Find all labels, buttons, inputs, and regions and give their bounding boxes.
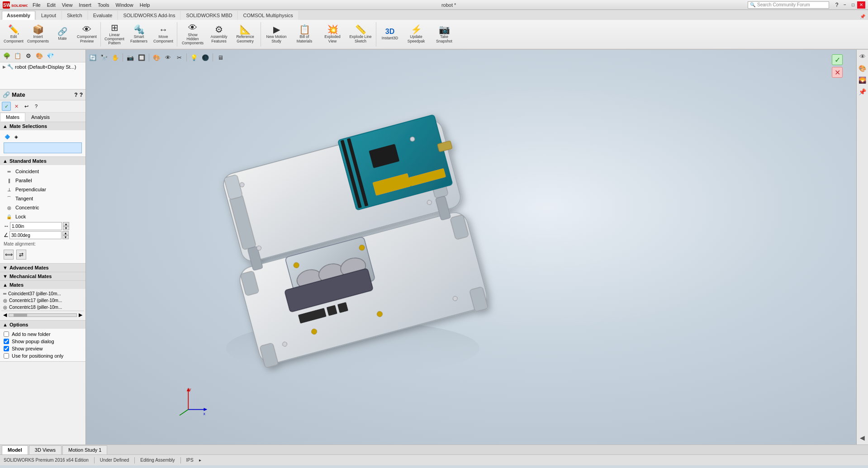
menu-help[interactable]: Help [140,2,150,8]
tab-sketch[interactable]: Sketch [62,11,87,20]
maximize-btn[interactable]: □ [849,1,857,9]
mate-options-btn[interactable]: ? [80,92,83,98]
menu-view[interactable]: View [62,2,73,8]
menu-file[interactable]: File [33,2,41,8]
vp-display-style-btn[interactable]: 🎨 [152,52,161,62]
tab-mbd[interactable]: SOLIDWORKS MBD [181,11,237,20]
standard-mates-header[interactable]: ▲ Standard Mates [0,157,85,165]
tab-layout[interactable]: Layout [36,11,61,20]
vp-monitor-btn[interactable]: 🖥 [215,52,225,62]
scroll-left[interactable]: ◀ [3,312,7,318]
scrollbar-track[interactable] [9,313,77,317]
explode-line-btn[interactable]: 📏 Explode Line Sketch [347,22,374,47]
menu-window[interactable]: Window [116,2,133,8]
property-btn[interactable]: 📋 [13,51,23,61]
insert-components-btn[interactable]: 📦 Insert Components [26,22,50,47]
tab-evaluate[interactable]: Evaluate [88,11,118,20]
right-view-btn-2[interactable]: 🎨 [858,63,868,73]
distance-field[interactable]: 1.00in [10,222,62,230]
viewport[interactable]: 🔄 🔭 ✋ 📷 🔲 🎨 👁 ✂ 💡 🌑 🖥 [86,50,856,444]
menu-insert[interactable]: Insert [79,2,91,8]
right-view-btn-4[interactable]: 📌 [858,87,868,97]
smart-fasteners-btn[interactable]: 🔩 Smart Fasteners [127,22,151,47]
vp-view-orient-btn[interactable]: 🔲 [137,52,147,62]
mate-help-btn[interactable]: ? [74,92,77,98]
mate-parallel[interactable]: ∥ Parallel [4,176,82,185]
show-hidden-btn[interactable]: 👁 Show Hidden Components [179,22,206,47]
ok-button[interactable]: ✓ [832,54,843,65]
options-header[interactable]: ▲ Options [0,321,85,329]
component-preview-btn[interactable]: 👁 Component Preview [75,22,99,47]
tab-addins[interactable]: SOLIDWORKS Add-Ins [118,11,180,20]
mate-rebuild-btn[interactable]: ↩ [22,102,31,111]
linear-pattern-btn[interactable]: ⊞ Linear Component Pattern [103,22,126,47]
mate-help2-btn[interactable]: ? [32,102,41,111]
vp-zoom-btn[interactable]: 🔭 [99,52,109,62]
option-add-folder-check[interactable] [4,331,9,337]
list-item[interactable]: ═ Coincident37 (piller-10m... [1,290,84,297]
menu-tools[interactable]: Tools [98,2,109,8]
tab-comsol[interactable]: COMSOL Multiphysics [238,11,298,20]
vp-view-select-btn[interactable]: 📷 [125,52,135,62]
mate-perpendicular[interactable]: ⊥ Perpendicular [4,185,82,194]
appearance-btn[interactable]: 💎 [45,51,55,61]
minimize-btn[interactable]: − [841,1,849,9]
update-speedpak-btn[interactable]: ⚡ Update Speedpak [403,22,430,47]
right-view-btn-3[interactable]: 🌄 [858,75,868,85]
instant3d-btn[interactable]: 3D Instant3D [378,22,402,47]
menu-edit[interactable]: Edit [47,2,56,8]
assembly-features-btn[interactable]: ⚙ Assembly Features [207,22,231,47]
bill-of-materials-btn[interactable]: 📋 Bill of Materials [291,22,318,47]
exploded-view-btn[interactable]: 💥 Exploded View [319,22,346,47]
mates-list-scrollbar[interactable]: ◀ ▶ [1,311,84,319]
edit-component-btn[interactable]: ✏️ Edit Component [2,22,25,47]
mate-selection-box[interactable] [4,142,82,153]
mate-selections-header[interactable]: ▲ Mate Selections [0,122,85,130]
mechanical-mates-header[interactable]: ▼ Mechanical Mates [0,272,85,280]
list-item[interactable]: ◎ Concentric18 (piller-10m... [1,304,84,311]
option-show-preview-check[interactable] [4,346,9,351]
mate-tangent[interactable]: ⌒ Tangent [4,194,82,203]
help-btn[interactable]: ? [833,1,841,9]
featuretree-btn[interactable]: 🌳 [2,51,12,61]
align-btn-1[interactable]: ⟺ [4,250,14,260]
tab-model[interactable]: Model [2,445,28,454]
move-component-btn[interactable]: ↔ Move Component [152,22,175,47]
reference-geometry-btn[interactable]: 📐 Reference Geometry [232,22,259,47]
option-show-popup-check[interactable] [4,339,9,344]
list-item[interactable]: ◎ Concentric17 (piller-10m... [1,297,84,304]
vp-pan-btn[interactable]: ✋ [110,52,120,62]
snapshot-btn[interactable]: 📷 Take Snapshot [431,22,458,47]
tab-motion-study[interactable]: Motion Study 1 [62,445,107,454]
mate-btn[interactable]: 🔗 Mate [51,22,74,47]
vp-realview-btn[interactable]: 💡 [189,52,199,62]
vp-rotate-btn[interactable]: 🔄 [88,52,98,62]
face-select-icon[interactable]: 🔷 [4,133,11,140]
distance-down[interactable]: ▼ [63,226,69,230]
new-motion-btn[interactable]: ▶ New Motion Study [263,22,290,47]
vp-hide-show-btn[interactable]: 👁 [163,52,173,62]
tree-item-robot[interactable]: ▶ 🔧 robot (Default<Display St...) [3,63,83,70]
config-btn[interactable]: ⚙ [24,51,33,61]
tab-assembly[interactable]: Assembly [2,11,35,20]
mate-cancel-btn[interactable]: ✕ [12,102,21,111]
vp-shadows-btn[interactable]: 🌑 [200,52,210,62]
option-positioning-check[interactable] [4,353,9,359]
right-view-btn-1[interactable]: 👁 [858,52,868,61]
scrollbar-thumb[interactable] [14,314,27,317]
ribbon-pin[interactable]: 📌 [857,13,868,20]
vp-section-btn[interactable]: ✂ [174,52,184,62]
search-bar[interactable]: 🔍 Search Community Forum [748,1,829,9]
align-btn-2[interactable]: ⇄ [16,250,26,260]
angle-up[interactable]: ▲ [62,231,69,235]
distance-up[interactable]: ▲ [63,222,69,226]
mate-confirm-btn[interactable]: ✓ [2,102,11,111]
mate-concentric[interactable]: ◎ Concentric [4,203,82,212]
angle-down[interactable]: ▼ [62,235,69,239]
close-btn[interactable]: ✕ [857,1,865,9]
robot-3d-view[interactable] [154,63,561,380]
mate-lock[interactable]: 🔒 Lock [4,212,82,221]
mates-list-header[interactable]: ▲ Mates [0,281,85,289]
mate-coincident[interactable]: ═ Coincident [4,167,82,176]
advanced-mates-header[interactable]: ▼ Advanced Mates [0,264,85,272]
